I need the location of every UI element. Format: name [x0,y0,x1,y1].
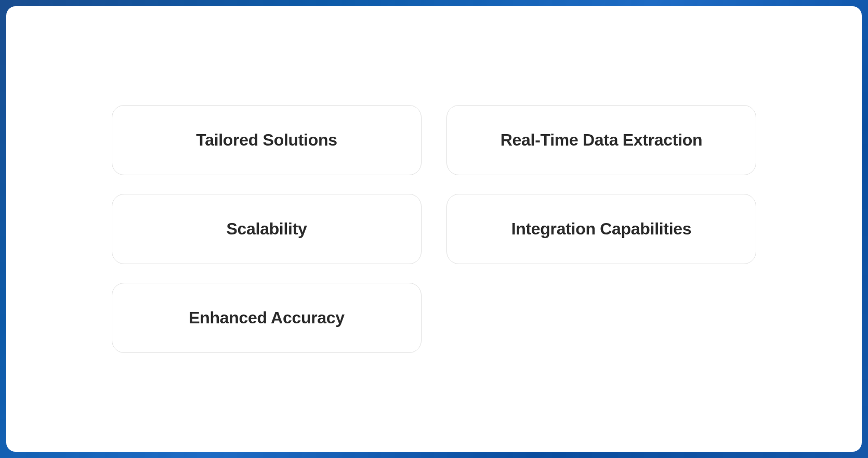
features-grid: Tailored Solutions Real-Time Data Extrac… [112,105,756,353]
feature-title: Enhanced Accuracy [189,308,345,328]
feature-card-tailored-solutions: Tailored Solutions [112,105,422,175]
feature-title: Scalability [227,219,307,239]
main-card: Tailored Solutions Real-Time Data Extrac… [6,6,862,452]
feature-title: Real-Time Data Extraction [501,130,703,150]
feature-card-integration-capabilities: Integration Capabilities [446,194,756,264]
feature-card-real-time-data-extraction: Real-Time Data Extraction [446,105,756,175]
feature-card-enhanced-accuracy: Enhanced Accuracy [112,283,422,353]
feature-card-scalability: Scalability [112,194,422,264]
feature-title: Tailored Solutions [196,130,337,150]
feature-title: Integration Capabilities [511,219,692,239]
